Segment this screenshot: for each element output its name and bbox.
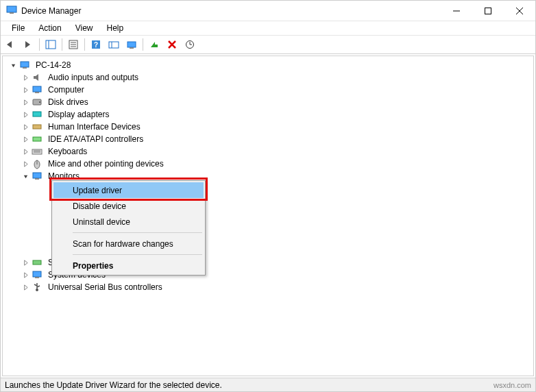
svg-rect-14 — [109, 42, 119, 48]
svg-rect-17 — [130, 47, 134, 49]
ide-icon — [32, 134, 42, 145]
collapse-icon[interactable] — [21, 171, 30, 181]
computer-icon — [32, 84, 42, 95]
ctx-uninstall-device[interactable]: Uninstall device — [53, 214, 204, 230]
ctx-scan-hardware[interactable]: Scan for hardware changes — [53, 236, 204, 252]
computer-icon — [19, 60, 30, 71]
usb-icon — [32, 282, 42, 293]
expand-icon[interactable] — [21, 73, 30, 82]
svg-rect-16 — [127, 42, 136, 47]
menu-help[interactable]: Help — [101, 22, 130, 34]
monitor-icon — [32, 171, 42, 182]
expand-icon[interactable] — [21, 270, 30, 280]
tree-category-usb[interactable]: Universal Serial Bus controllers — [5, 281, 533, 293]
uninstall-icon[interactable] — [164, 36, 180, 53]
expand-icon[interactable] — [21, 147, 30, 156]
update-driver-icon[interactable] — [123, 36, 140, 53]
action-icon[interactable] — [106, 36, 122, 53]
expand-icon[interactable] — [21, 159, 30, 169]
disk-icon — [32, 97, 42, 108]
svg-rect-39 — [35, 277, 39, 278]
menu-separator — [73, 232, 202, 233]
mouse-icon — [32, 158, 42, 169]
svg-rect-21 — [21, 62, 29, 67]
tree-category-keyboards[interactable]: Keyboards — [5, 145, 533, 158]
expand-icon[interactable] — [21, 122, 30, 132]
svg-rect-1 — [10, 12, 14, 14]
svg-rect-27 — [33, 112, 41, 117]
collapse-icon[interactable] — [8, 60, 18, 70]
app-icon — [6, 4, 17, 17]
menu-action[interactable]: Action — [33, 22, 66, 34]
tree-category-display[interactable]: Display adapters — [5, 108, 533, 121]
keyboard-icon — [32, 146, 42, 157]
svg-rect-35 — [33, 173, 41, 178]
tree-root-label: PC-14-28 — [34, 60, 72, 71]
svg-point-26 — [39, 101, 40, 103]
system-device-icon — [32, 269, 42, 280]
minimize-button[interactable] — [441, 1, 472, 21]
tree-category-hid[interactable]: Human Interface Devices — [5, 121, 533, 133]
install-icon[interactable] — [146, 36, 162, 53]
ctx-update-driver[interactable]: Update driver — [53, 182, 204, 198]
ctx-properties[interactable]: Properties — [53, 258, 204, 273]
svg-text:?: ? — [94, 41, 98, 49]
svg-rect-23 — [33, 86, 41, 92]
menu-view[interactable]: View — [70, 22, 99, 34]
svg-rect-28 — [33, 125, 41, 129]
tree-root[interactable]: PC-14-28 — [5, 59, 533, 71]
expand-icon[interactable] — [21, 110, 30, 119]
window-title: Device Manager — [21, 6, 81, 16]
properties-icon[interactable] — [65, 36, 82, 53]
maximize-button[interactable] — [472, 1, 504, 21]
ctx-disable-device[interactable]: Disable device — [53, 198, 204, 214]
help-icon[interactable]: ? — [88, 36, 104, 53]
menu-separator — [73, 254, 202, 255]
status-bar: Launches the Update Driver Wizard for th… — [1, 378, 535, 391]
svg-rect-29 — [33, 137, 41, 141]
hid-icon — [32, 121, 42, 132]
svg-rect-38 — [33, 271, 41, 277]
status-text: Launches the Update Driver Wizard for th… — [5, 380, 222, 390]
expand-icon[interactable] — [21, 282, 30, 292]
back-button[interactable] — [2, 36, 19, 53]
svg-rect-6 — [46, 40, 56, 49]
audio-icon — [32, 72, 42, 83]
svg-rect-3 — [485, 8, 491, 14]
menu-file[interactable]: File — [6, 22, 30, 34]
tree-category-disk-drives[interactable]: Disk drives — [5, 96, 533, 108]
expand-icon[interactable] — [21, 85, 30, 95]
tree-category-computer[interactable]: Computer — [5, 84, 533, 96]
svg-rect-22 — [23, 67, 27, 69]
forward-button[interactable] — [20, 36, 36, 53]
display-adapter-icon — [32, 109, 42, 120]
watermark: wsxdn.com — [494, 381, 531, 389]
tree-category-mice[interactable]: Mice and other pointing devices — [5, 158, 533, 170]
svg-rect-24 — [35, 92, 39, 93]
svg-rect-36 — [35, 178, 39, 180]
context-menu: Update driver Disable device Uninstall d… — [51, 180, 206, 275]
expand-icon[interactable] — [21, 258, 30, 267]
svg-rect-0 — [7, 6, 16, 12]
storage-controller-icon — [32, 257, 42, 268]
expand-icon[interactable] — [21, 97, 30, 107]
close-button[interactable] — [504, 1, 535, 21]
title-bar: Device Manager — [1, 1, 535, 21]
toolbar: ? — [1, 35, 535, 54]
show-hide-console-tree-icon[interactable] — [42, 36, 59, 53]
scan-hardware-icon[interactable] — [182, 36, 198, 53]
svg-rect-37 — [33, 260, 41, 265]
tree-category-audio[interactable]: Audio inputs and outputs — [5, 71, 533, 84]
menu-bar: File Action View Help — [1, 21, 535, 35]
expand-icon[interactable] — [21, 134, 30, 144]
tree-category-ide[interactable]: IDE ATA/ATAPI controllers — [5, 133, 533, 145]
